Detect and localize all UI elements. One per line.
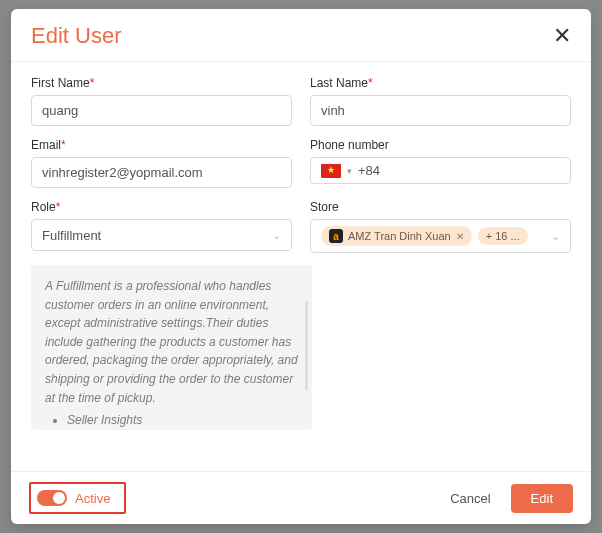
first-name-label: First Name*	[31, 76, 292, 90]
email-label: Email*	[31, 138, 292, 152]
role-description-list: Seller Insights Monitor Stores	[45, 411, 298, 430]
last-name-label: Last Name*	[310, 76, 571, 90]
active-toggle-label: Active	[75, 491, 110, 506]
chevron-down-icon: ⌄	[551, 230, 560, 243]
store-tag[interactable]: a AMZ Tran Dinh Xuan ✕	[321, 226, 472, 246]
edit-button[interactable]: Edit	[511, 484, 573, 513]
close-icon[interactable]: ✕	[553, 25, 571, 47]
modal-header: Edit User ✕	[11, 9, 591, 62]
role-value: Fulfillment	[42, 228, 101, 243]
chevron-down-icon[interactable]: ▾	[347, 166, 352, 176]
active-toggle[interactable]	[37, 490, 67, 506]
store-label: Store	[310, 200, 571, 214]
store-tag-label: AMZ Tran Dinh Xuan	[348, 230, 451, 242]
edit-user-modal: Edit User ✕ First Name* Last Name* Email…	[11, 9, 591, 524]
active-toggle-highlight: Active	[29, 482, 126, 514]
store-select[interactable]: a AMZ Tran Dinh Xuan ✕ + 16 ... ⌄	[310, 219, 571, 253]
phone-input[interactable]: ▾ +84	[310, 157, 571, 184]
email-input[interactable]	[31, 157, 292, 188]
first-name-input[interactable]	[31, 95, 292, 126]
flag-vn-icon[interactable]	[321, 164, 341, 178]
last-name-input[interactable]	[310, 95, 571, 126]
role-label: Role*	[31, 200, 292, 214]
role-select[interactable]: Fulfillment ⌄	[31, 219, 292, 251]
phone-dial-code: +84	[358, 163, 380, 178]
list-item: Seller Insights	[67, 411, 298, 430]
modal-footer: Active Cancel Edit	[11, 471, 591, 524]
store-more-tag[interactable]: + 16 ...	[478, 227, 528, 245]
amazon-icon: a	[329, 229, 343, 243]
role-description-text: A Fulfillment is a professional who hand…	[45, 277, 298, 407]
cancel-button[interactable]: Cancel	[440, 485, 500, 512]
chevron-down-icon: ⌄	[272, 229, 281, 242]
remove-tag-icon[interactable]: ✕	[456, 231, 464, 242]
phone-label: Phone number	[310, 138, 571, 152]
modal-title: Edit User	[31, 23, 121, 49]
role-description: A Fulfillment is a professional who hand…	[31, 265, 312, 430]
store-more-label: + 16 ...	[486, 230, 520, 242]
modal-body: First Name* Last Name* Email* Phone numb…	[11, 62, 591, 471]
